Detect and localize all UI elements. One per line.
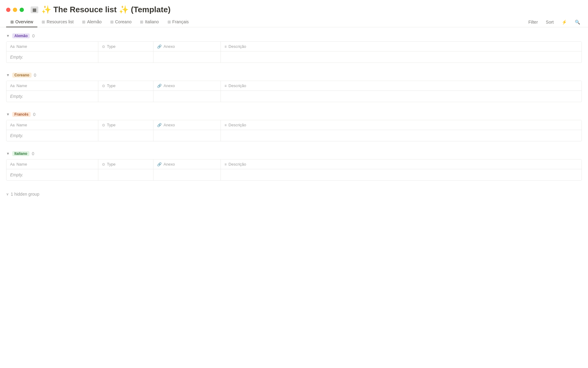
filter-button[interactable]: Filter	[526, 18, 540, 26]
filter-label: Filter	[528, 20, 538, 25]
text-lines-icon-3: ≡	[224, 123, 227, 127]
group-frances-header[interactable]: ▼ Francês 0	[6, 112, 582, 117]
tab-frances[interactable]: ⊞ Français	[163, 17, 193, 27]
table-icon-6: ⊞	[168, 20, 171, 24]
tab-frances-label: Français	[172, 19, 189, 24]
col-name-coreano: Aa Name	[6, 81, 98, 90]
chevron-down-icon-3: ▼	[6, 112, 10, 117]
empty-cell-italiano-4	[221, 169, 582, 180]
text-icon-4: Aa	[10, 162, 15, 167]
tab-coreano[interactable]: ⊞ Coreano	[106, 17, 136, 27]
group-alemao-badge: Alemão	[12, 33, 30, 38]
empty-cell-frances-4	[221, 130, 582, 141]
table-icon: ⊞	[10, 20, 14, 24]
empty-cell-frances-3	[153, 130, 221, 141]
empty-cell-coreano-4	[221, 91, 582, 102]
tab-alemao[interactable]: ⊞ Alemão	[78, 17, 106, 27]
tab-italiano[interactable]: ⊞ Italiano	[136, 17, 163, 27]
tab-alemao-label: Alemão	[87, 19, 101, 24]
table-header-alemao: Aa Name ⊙ Type 🔗 Anexo ≡ Descrição	[6, 42, 582, 52]
tabs-bar: ⊞ Overview ⊞ Resources list ⊞ Alemão ⊞ C…	[0, 17, 588, 27]
group-coreano-header[interactable]: ▼ Coreano 0	[6, 73, 582, 78]
close-button[interactable]	[6, 8, 10, 12]
col-descricao-label-2: Descrição	[228, 83, 246, 88]
group-frances-badge: Francês	[12, 112, 31, 117]
col-name-label: Name	[17, 44, 27, 49]
empty-cell-italiano-3	[153, 169, 221, 180]
col-descricao-label: Descrição	[228, 44, 246, 49]
table-icon-2: ⊞	[42, 20, 45, 24]
tab-overview-label: Overview	[15, 19, 33, 24]
maximize-button[interactable]	[20, 8, 24, 12]
group-coreano-count: 0	[34, 73, 36, 78]
tab-overview[interactable]: ⊞ Overview	[6, 17, 37, 27]
col-descricao-italiano: ≡ Descrição	[221, 159, 582, 169]
table-header-coreano: Aa Name ⊙ Type 🔗 Anexo ≡ Descrição	[6, 81, 582, 91]
group-coreano-table: Aa Name ⊙ Type 🔗 Anexo ≡ Descrição Empty…	[6, 81, 582, 102]
text-lines-icon-2: ≡	[224, 84, 227, 88]
col-anexo-label-2: Anexo	[164, 83, 175, 88]
col-anexo-label: Anexo	[164, 44, 175, 49]
group-alemao-header[interactable]: ▼ Alemão 0	[6, 33, 582, 38]
empty-cell-coreano: Empty.	[6, 91, 98, 102]
empty-cell-frances-2	[98, 130, 153, 141]
automation-button[interactable]: ⚡	[560, 18, 569, 26]
attachment-icon-4: 🔗	[157, 162, 162, 167]
empty-cell-alemao-2	[98, 52, 153, 63]
empty-cell-coreano-3	[153, 91, 221, 102]
search-icon: 🔍	[575, 20, 580, 25]
tab-resources-label: Resources list	[47, 19, 74, 24]
group-coreano-badge: Coreano	[12, 73, 32, 78]
col-type-coreano: ⊙ Type	[98, 81, 153, 90]
table-header-frances: Aa Name ⊙ Type 🔗 Anexo ≡ Descrição	[6, 120, 582, 130]
group-frances: ▼ Francês 0 Aa Name ⊙ Type 🔗 Anexo ≡	[6, 112, 582, 141]
tab-resources-list[interactable]: ⊞ Resources list	[37, 17, 78, 27]
automation-icon: ⚡	[562, 20, 567, 25]
sort-label: Sort	[546, 20, 554, 25]
page-icon: ▦	[31, 6, 38, 13]
col-descricao-label-3: Descrição	[228, 123, 246, 127]
tab-coreano-label: Coreano	[115, 19, 132, 24]
table-icon-3: ⊞	[82, 20, 85, 24]
col-anexo-italiano: 🔗 Anexo	[153, 159, 221, 169]
text-lines-icon: ≡	[224, 44, 227, 49]
titlebar: ▦ ✨ The Resouce list ✨ (Template)	[0, 0, 588, 17]
table-header-italiano: Aa Name ⊙ Type 🔗 Anexo ≡ Descrição	[6, 159, 582, 169]
type-icon-3: ⊙	[102, 123, 105, 127]
table-icon-4: ⊞	[110, 20, 114, 24]
empty-cell-coreano-2	[98, 91, 153, 102]
type-icon-2: ⊙	[102, 84, 105, 88]
group-italiano-count: 0	[32, 151, 34, 156]
table-row-coreano-empty: Empty.	[6, 91, 582, 102]
chevron-down-icon-4: ▼	[6, 151, 10, 156]
hidden-group-label: 1 hidden group	[11, 192, 39, 197]
col-anexo-frances: 🔗 Anexo	[153, 120, 221, 130]
col-name-label-4: Name	[17, 162, 27, 167]
col-anexo-label-3: Anexo	[164, 123, 175, 127]
minimize-button[interactable]	[13, 8, 17, 12]
attachment-icon: 🔗	[157, 44, 162, 49]
chevron-down-icon-5: ∨	[6, 192, 9, 196]
sort-button[interactable]: Sort	[544, 18, 556, 26]
empty-cell-alemao-3	[153, 52, 221, 63]
col-descricao-label-4: Descrição	[228, 162, 246, 167]
col-name-label-2: Name	[17, 83, 27, 88]
search-button[interactable]: 🔍	[573, 18, 582, 26]
empty-cell-alemao: Empty.	[6, 52, 98, 63]
group-italiano: ▼ Italiano 0 Aa Name ⊙ Type 🔗 Anexo ≡	[6, 151, 582, 181]
table-row-alemao-empty: Empty.	[6, 52, 582, 63]
chevron-down-icon-2: ▼	[6, 73, 10, 77]
traffic-lights	[6, 8, 24, 12]
main-content: ▼ Alemão 0 Aa Name ⊙ Type 🔗 Anexo ≡	[0, 27, 588, 204]
col-anexo-label-4: Anexo	[164, 162, 175, 167]
col-type-label: Type	[107, 44, 115, 49]
group-italiano-header[interactable]: ▼ Italiano 0	[6, 151, 582, 156]
text-icon-2: Aa	[10, 84, 15, 88]
attachment-icon-3: 🔗	[157, 123, 162, 127]
col-descricao-coreano: ≡ Descrição	[221, 81, 582, 90]
col-type-alemao: ⊙ Type	[98, 42, 153, 51]
col-descricao-frances: ≡ Descrição	[221, 120, 582, 130]
table-row-frances-empty: Empty.	[6, 130, 582, 141]
col-anexo-coreano: 🔗 Anexo	[153, 81, 221, 90]
hidden-group[interactable]: ∨ 1 hidden group	[6, 190, 582, 198]
